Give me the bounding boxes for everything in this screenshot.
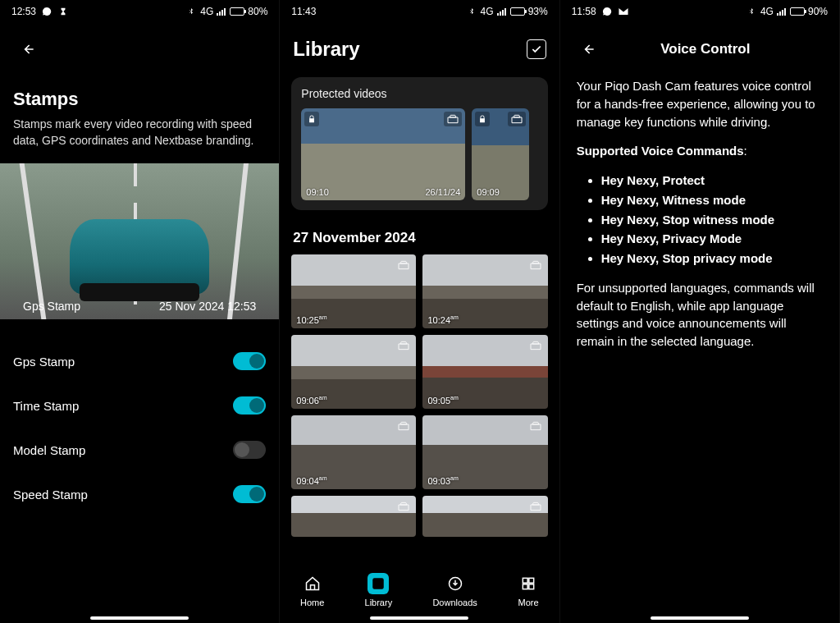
toggle-label: Model Stamp	[13, 443, 85, 457]
svg-rect-4	[529, 578, 534, 583]
toggle-speed-stamp[interactable]	[233, 485, 266, 503]
lock-icon	[475, 112, 490, 126]
tab-bar: Home Library Downloads More	[280, 564, 559, 623]
bluetooth-icon	[185, 6, 197, 17]
home-indicator[interactable]	[370, 616, 468, 620]
protected-title: Protected videos	[301, 87, 537, 100]
toggle-row-speed: Speed Stamp	[13, 472, 266, 516]
screen-library: 11:43 4G 93% Library Protected videos	[280, 0, 559, 623]
hero-image: Gps Stamp 25 Nov 2024 12:53	[0, 163, 279, 319]
header: Voice Control	[560, 23, 839, 71]
dashcam-icon	[527, 338, 545, 353]
toggle-gps-stamp[interactable]	[233, 352, 266, 370]
battery-icon	[790, 7, 805, 16]
video-thumb[interactable]: 10:25am	[291, 254, 416, 328]
video-thumb[interactable]: 09:04am	[291, 415, 416, 489]
voice-command: Hey Nexy, Witness mode	[601, 191, 823, 209]
dashcam-icon	[395, 419, 413, 433]
svg-rect-5	[523, 584, 527, 589]
voice-command: Hey Nexy, Protect	[601, 172, 823, 190]
toggle-list: Gps Stamp Time Stamp Model Stamp Speed S…	[13, 339, 266, 516]
header	[0, 23, 279, 71]
page-title: Stamps	[13, 89, 266, 110]
dashcam-icon	[395, 258, 413, 273]
library-header: Library	[280, 23, 559, 69]
hero-stamp-left: Gps Stamp	[23, 300, 80, 313]
thumb-date: 26/11/24	[426, 187, 461, 197]
signal-icon	[497, 7, 507, 16]
thumb-time: 10:24am	[427, 314, 458, 325]
video-thumb[interactable]: 09:05am	[422, 335, 547, 409]
toggle-row-time: Time Stamp	[13, 383, 266, 428]
tab-more[interactable]: More	[518, 573, 539, 607]
tab-library[interactable]: Library	[365, 573, 393, 607]
thumb-time: 10:25am	[296, 314, 326, 325]
back-button[interactable]	[13, 34, 43, 64]
more-icon	[518, 573, 539, 594]
tab-home[interactable]: Home	[300, 573, 324, 607]
toggle-row-gps: Gps Stamp	[13, 339, 266, 383]
tab-downloads[interactable]: Downloads	[432, 573, 477, 607]
network-label: 4G	[200, 6, 213, 17]
signal-icon	[217, 7, 226, 16]
video-thumb[interactable]: 10:24am	[422, 254, 547, 328]
toggle-model-stamp[interactable]	[233, 441, 266, 459]
screen-stamps: 12:53 4G 80% Stamps Stamps mark every vi…	[0, 0, 280, 623]
battery-icon	[510, 7, 525, 16]
video-thumb[interactable]	[291, 496, 416, 537]
video-thumb[interactable]: 09:06am	[291, 335, 416, 409]
battery-percent: 80%	[248, 6, 267, 17]
network-label: 4G	[481, 6, 494, 17]
voice-commands-list: Hey Nexy, Protect Hey Nexy, Witness mode…	[577, 172, 823, 268]
page-title: Voice Control	[585, 41, 826, 57]
library-title: Library	[293, 38, 359, 61]
section-date: 27 November 2024	[293, 230, 546, 246]
status-time: 11:58	[572, 6, 596, 17]
download-icon	[445, 573, 466, 594]
car-illustration	[70, 219, 209, 295]
dashcam-icon	[395, 338, 413, 353]
video-thumb[interactable]: 09:03am	[422, 415, 547, 489]
voice-intro: Your Piqo Dash Cam features voice contro…	[577, 77, 823, 131]
status-bar: 11:58 4G 90%	[560, 0, 839, 23]
toggle-row-model: Model Stamp	[13, 428, 266, 472]
home-indicator[interactable]	[90, 616, 189, 620]
protected-video-side[interactable]: 09:09	[472, 108, 529, 200]
hourglass-icon	[57, 6, 69, 17]
voice-command: Hey Nexy, Stop witness mode	[601, 211, 823, 229]
home-indicator[interactable]	[651, 616, 749, 620]
svg-rect-6	[529, 584, 534, 589]
protected-videos-panel: Protected videos 09:10 26/11/24 09	[291, 77, 547, 210]
status-bar: 12:53 4G 80%	[0, 0, 279, 23]
tab-label: Home	[300, 598, 324, 607]
play-icon	[368, 573, 389, 594]
tab-label: Library	[365, 598, 393, 607]
network-label: 4G	[760, 6, 774, 17]
thumb-time: 09:09	[477, 187, 500, 197]
tab-label: More	[518, 598, 539, 607]
thumb-time: 09:04am	[296, 475, 326, 486]
voice-footer: For unsupported languages, commands will…	[577, 279, 823, 350]
status-time: 11:43	[291, 6, 316, 17]
toggle-time-stamp[interactable]	[233, 396, 266, 415]
dashcam-icon	[527, 258, 545, 273]
supported-label: Supported Voice Commands:	[577, 142, 823, 160]
select-button[interactable]	[527, 39, 546, 59]
whatsapp-icon	[601, 6, 613, 17]
thumb-time: 09:05am	[427, 395, 458, 405]
dashcam-icon	[527, 499, 545, 514]
status-bar: 11:43 4G 93%	[280, 0, 559, 23]
video-thumb[interactable]	[422, 496, 547, 537]
dashcam-icon	[395, 499, 413, 514]
voice-command: Hey Nexy, Stop privacy mode	[601, 250, 823, 268]
tab-label: Downloads	[432, 598, 477, 607]
protected-video-main[interactable]: 09:10 26/11/24	[301, 108, 465, 200]
battery-percent: 93%	[528, 6, 548, 17]
status-time: 12:53	[11, 6, 36, 17]
thumb-time: 09:10	[306, 187, 329, 197]
home-icon	[302, 573, 323, 594]
svg-rect-3	[523, 578, 527, 583]
thumb-time: 09:03am	[427, 475, 458, 486]
dashcam-icon	[508, 112, 526, 126]
battery-icon	[230, 7, 244, 16]
